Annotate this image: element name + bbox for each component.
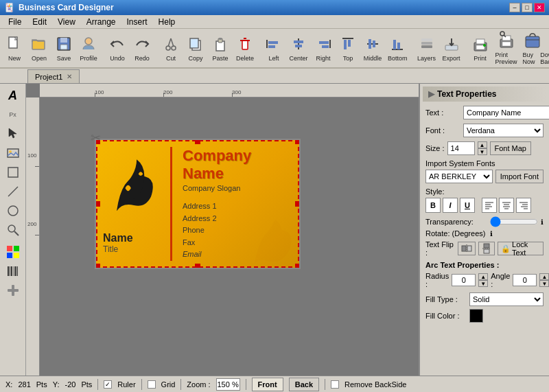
canvas-area[interactable]: 100 200 300 100 200 [26,84,419,376]
tab-label: Project1 [35,73,62,81]
back-button[interactable]: Back [289,378,319,391]
statusbar: X: 281 Pts Y: -20 Pts ✓ Ruler Grid Zoom … [0,376,549,392]
tool-extra[interactable] [3,281,23,299]
fill-color-swatch[interactable] [469,309,483,323]
toolbar-cut[interactable]: Cut [159,30,183,66]
toolbar-bottom[interactable]: Bottom [386,30,410,66]
card-name: Name [103,232,133,244]
toolbar-download[interactable]: Download Backgrounds [546,30,549,66]
svg-rect-71 [12,285,14,296]
minimize-button[interactable]: – [509,3,520,12]
svg-rect-87 [484,244,489,248]
zoom-input[interactable] [216,378,240,391]
front-button[interactable]: Front [252,378,283,391]
italic-button[interactable]: I [443,198,458,213]
text-flip-label: Text Flip : [425,240,455,257]
ruler-checkbox[interactable]: ✓ [104,380,112,389]
import-font-button[interactable]: Import Font [495,170,544,183]
toolbar-save[interactable]: Save [52,30,75,66]
transparency-slider[interactable] [490,217,538,227]
x-value: 281 [18,380,30,389]
toolbar-paste[interactable]: Paste [209,30,232,66]
svg-rect-25 [319,41,329,44]
toolbar-print[interactable]: Print [469,30,492,66]
canvas-background[interactable]: ✂ [40,97,419,376]
toolbar-top[interactable]: Top [336,30,360,66]
tool-zoom[interactable] [3,221,23,239]
align-left-button[interactable] [482,198,497,213]
fill-type-row: Fill Type : Solid Gradient None [425,292,544,306]
align-right-button[interactable] [516,198,531,213]
text-input[interactable] [463,106,549,119]
align-center-button[interactable] [499,198,514,213]
status-sep4 [246,379,246,390]
radius-up[interactable]: ▲ [478,273,488,280]
card-title: Title [103,244,133,254]
menu-view[interactable]: View [52,16,81,28]
toolbar-print-preview[interactable]: Print Preview [493,30,519,66]
fill-type-select[interactable]: Solid Gradient None [469,292,544,306]
toolbar-redo[interactable]: Redo [130,30,154,66]
toolbar-redo-label: Redo [135,55,150,62]
flip-horizontal-button[interactable] [458,242,476,255]
svg-rect-34 [393,40,396,49]
radius-input[interactable] [452,274,476,286]
font-select[interactable]: Verdana Arial Times New Roman [463,124,544,137]
tool-color[interactable] [3,243,23,261]
toolbar-open[interactable]: Open [27,30,51,66]
tool-select[interactable] [3,125,23,143]
toolbar-new[interactable]: New [3,30,26,66]
toolbar-export[interactable]: Export [440,30,463,66]
remove-backside-checkbox[interactable] [331,380,339,389]
toolbar-center[interactable]: Center [287,30,310,66]
menu-help[interactable]: Help [153,16,181,28]
underline-button[interactable]: U [460,198,475,213]
tool-image[interactable] [3,144,23,162]
lock-text-button[interactable]: 🔒 Lock Text [498,242,544,255]
toolbar-left-label: Left [268,55,279,62]
toolbar-layers[interactable]: Layers [415,30,439,66]
top-align-icon [338,34,358,54]
tool-something[interactable]: Px [3,106,23,124]
toolbar-profile[interactable]: Profile [77,30,100,66]
toolbar-left[interactable]: Left [262,30,285,66]
center-align-icon [289,34,308,54]
tool-shape[interactable] [3,163,23,181]
menu-insert[interactable]: Insert [121,16,153,28]
toolbar-undo[interactable]: Undo [106,30,129,66]
toolbar-delete[interactable]: Delete [233,30,257,66]
maximize-button[interactable]: □ [522,3,533,12]
toolbar-center-label: Center [289,55,307,62]
tool-text[interactable]: A [3,87,23,104]
flip-vertical-button[interactable] [478,242,495,255]
menu-file[interactable]: File [3,16,27,28]
toolbar-copy[interactable]: Copy [184,30,207,66]
angle-down[interactable]: ▼ [539,280,549,287]
radius-down[interactable]: ▼ [478,280,488,287]
font-row: Font : Verdana Arial Times New Roman [423,124,546,137]
toolbar-right[interactable]: Right [312,30,335,66]
close-button[interactable]: ✕ [534,3,545,12]
toolbar-print-preview-label: Print Preview [495,51,517,65]
radius-label: Radius : [425,272,449,288]
menu-edit[interactable]: Edit [27,16,52,28]
card-fax: Fax [183,237,294,249]
size-up-btn[interactable]: ▲ [478,141,487,148]
size-down-btn[interactable]: ▼ [478,148,487,155]
tool-line[interactable] [3,183,23,200]
menu-arrange[interactable]: Arrange [81,16,121,28]
business-card[interactable]: Name Title Company Name Company Slogan A… [95,139,301,269]
angle-up[interactable]: ▲ [539,273,549,280]
font-map-button[interactable]: Font Map [490,141,531,155]
bold-button[interactable]: B [425,198,441,213]
card-company-name: Company Name [183,147,294,183]
grid-checkbox[interactable] [148,380,156,389]
tab-close[interactable]: ✕ [67,73,72,80]
toolbar-middle[interactable]: Middle [361,30,384,66]
tool-circle[interactable] [3,202,23,220]
angle-input[interactable] [513,274,537,286]
import-font-select[interactable]: AR BERKLEY [425,170,493,183]
size-input[interactable] [447,141,475,155]
tool-barcode[interactable] [3,262,23,280]
tab-project1[interactable]: Project1 ✕ [27,69,80,83]
